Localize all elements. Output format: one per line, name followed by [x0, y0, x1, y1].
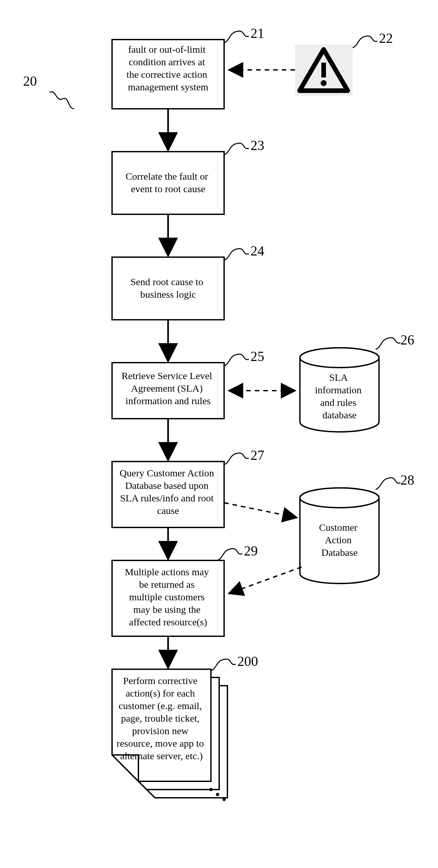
svg-text:Retrieve Service Level
      A: Retrieve Service Level Agreement (SLA) i… — [122, 370, 215, 406]
ref-label-27: 27 — [250, 448, 264, 463]
ref-label-200: 200 — [237, 654, 258, 669]
svg-point-24 — [222, 798, 226, 801]
svg-rect-3 — [321, 63, 326, 78]
svg-point-12 — [300, 348, 379, 368]
svg-rect-5 — [112, 152, 224, 214]
svg-point-23 — [216, 793, 219, 796]
svg-text:Multiple actions may
      be : Multiple actions may be returned as mult… — [125, 566, 211, 628]
db-customer-action: Customer Action Database — [300, 488, 379, 584]
step-perform-corrective-actions: Perform corrective action(s) for each cu… — [112, 669, 227, 801]
step-send-root-cause: Send root cause to business logic — [112, 257, 224, 320]
step-fault-arrives: fault or out-of-limit condition arrives … — [112, 39, 224, 109]
ref-label-22: 22 — [379, 31, 393, 46]
label-leader-29 — [218, 549, 242, 560]
label-leader-26 — [376, 338, 400, 349]
svg-point-22 — [209, 788, 213, 791]
svg-point-4 — [321, 80, 326, 86]
ref-label-28: 28 — [400, 472, 414, 488]
ref-label-21: 21 — [250, 26, 264, 41]
step-retrieve-sla: Retrieve Service Level Agreement (SLA) i… — [112, 363, 224, 419]
svg-rect-7 — [112, 257, 224, 320]
diagram-label: 20 — [23, 73, 37, 89]
label-leader-200 — [211, 659, 236, 671]
svg-text:Perform corrective
      actio: Perform corrective action(s) for each cu… — [117, 675, 206, 762]
svg-text:Customer
      Action
      Da: Customer Action Database — [319, 522, 360, 558]
label-leader-24 — [224, 249, 249, 260]
edge-27-28 — [224, 503, 296, 518]
label-leader-21 — [224, 31, 249, 43]
label-leader-23 — [224, 143, 249, 155]
label-leader-20 — [50, 92, 74, 109]
step-multiple-actions: Multiple actions may be returned as mult… — [112, 560, 224, 636]
label-leader-27 — [224, 453, 249, 465]
ref-label-29: 29 — [244, 543, 258, 558]
step-correlate-root-cause: Correlate the fault or event to root cau… — [112, 152, 224, 214]
flowchart: 20 fault or out-of-limit condition arriv… — [0, 0, 438, 868]
ref-label-26: 26 — [400, 332, 414, 347]
edge-28-29 — [229, 567, 302, 593]
ref-label-23: 23 — [250, 138, 264, 153]
label-leader-22 — [353, 36, 377, 48]
label-leader-25 — [224, 354, 249, 366]
db-sla: SLA information and rules database — [300, 348, 379, 432]
step-query-customer-db: Query Customer Action Database based upo… — [112, 462, 224, 527]
ref-label-24: 24 — [250, 243, 264, 258]
ref-label-25: 25 — [250, 349, 264, 364]
svg-point-17 — [300, 488, 379, 508]
label-leader-28 — [376, 478, 400, 490]
warning-icon — [295, 44, 353, 96]
